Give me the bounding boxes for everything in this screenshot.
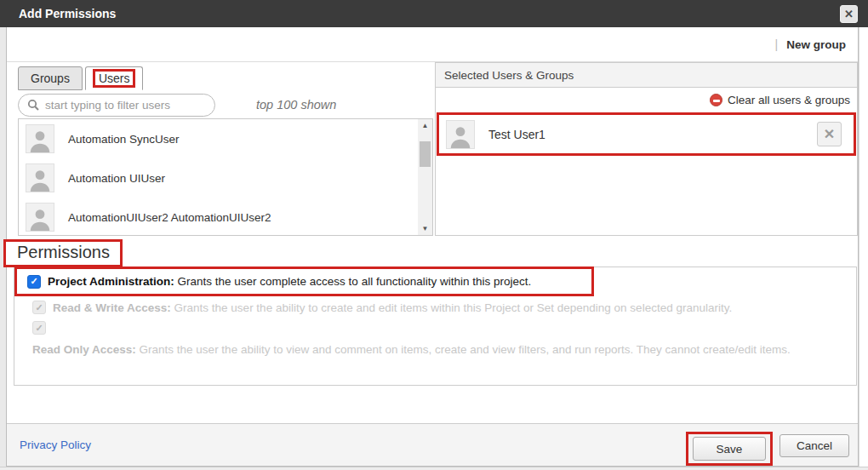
dialog-footer: Privacy Policy Save Cancel	[7, 423, 858, 466]
dialog-body: | New group Groups Users top 100 shown	[6, 27, 859, 467]
checkmark-icon: ✓	[35, 302, 43, 313]
selected-users-title: Selected Users & Groups	[444, 69, 574, 82]
permission-text: Project Administration: Grants the user …	[48, 275, 531, 288]
user-list-scrollbar[interactable]: ▲ ▼	[418, 119, 432, 235]
dialog-title: Add Permissions	[19, 7, 116, 20]
selected-users-header: Selected Users & Groups	[435, 62, 858, 88]
clear-all-icon	[710, 94, 722, 106]
user-name: AutomationUIUser2 AutomationUIUser2	[68, 211, 271, 224]
user-filter-row: top 100 shown	[18, 92, 433, 118]
permissions-heading-highlight: Permissions	[3, 239, 123, 267]
permission-row-read-only-checkbox: ✓	[32, 321, 46, 335]
tab-users-label-highlight: Users	[93, 69, 136, 88]
project-administration-checkbox[interactable]: ✓	[27, 275, 41, 289]
permission-row-read-only-text: Read Only Access: Grants the user the ab…	[32, 341, 848, 359]
read-only-checkbox: ✓	[32, 321, 46, 335]
list-item-user[interactable]: AutomationUIUser2 AutomationUIUser2	[19, 198, 432, 236]
save-button-highlight: Save	[686, 432, 773, 466]
tab-users[interactable]: Users	[85, 66, 144, 90]
scroll-up-icon[interactable]: ▲	[418, 119, 432, 132]
add-permissions-dialog: Add Permissions ✕ | New group Groups Use…	[0, 0, 868, 470]
user-name: Automation SyncUser	[68, 133, 180, 146]
checkmark-icon: ✓	[30, 276, 37, 287]
clear-all-label: Clear all users & groups	[728, 94, 850, 106]
dialog-titlebar: Add Permissions ✕	[0, 0, 868, 27]
tab-groups-label: Groups	[31, 72, 70, 85]
permission-description: Grants the user the ability to create an…	[174, 301, 733, 314]
selected-users-panel: Selected Users & Groups Clear all users …	[435, 62, 858, 236]
results-count-note: top 100 shown	[256, 98, 336, 112]
close-icon: ✕	[844, 8, 854, 20]
list-item-user[interactable]: Automation SyncUser	[19, 119, 432, 158]
remove-user-icon: ✕	[824, 126, 835, 142]
groups-users-tabs: Groups Users	[18, 66, 143, 90]
user-avatar-icon	[26, 203, 54, 232]
save-button[interactable]: Save	[693, 437, 766, 461]
available-users-list: Automation SyncUser Automation UIUser Au…	[18, 118, 433, 236]
selected-user-row-highlight: Test User1 ✕	[437, 112, 856, 156]
scrollbar-thumb[interactable]	[420, 141, 431, 167]
remove-user-button[interactable]: ✕	[817, 122, 842, 146]
background-page-strip-right	[859, 27, 868, 470]
scroll-down-icon[interactable]: ▼	[418, 222, 432, 235]
checkmark-icon: ✓	[35, 323, 43, 334]
cancel-button[interactable]: Cancel	[779, 434, 849, 457]
permission-text: Read & Write Access: Grants the user the…	[53, 301, 732, 314]
dialog-toolbar: | New group	[7, 27, 858, 62]
user-avatar-icon	[26, 163, 54, 192]
new-group-button[interactable]: New group	[786, 38, 846, 51]
permission-description: Grants the user the ability to view and …	[140, 343, 791, 356]
privacy-policy-link[interactable]: Privacy Policy	[20, 438, 91, 451]
close-button[interactable]: ✕	[840, 5, 858, 23]
background-page-strip-bottom	[0, 467, 868, 470]
permission-label: Project Administration:	[48, 275, 174, 288]
tab-groups[interactable]: Groups	[18, 66, 83, 90]
user-avatar-icon	[446, 120, 475, 149]
permission-description: Grants the user complete access to all f…	[178, 275, 532, 288]
permission-label: Read Only Access:	[32, 343, 136, 356]
permission-row-read-write: ✓ Read & Write Access: Grants the user t…	[32, 301, 849, 314]
user-filter-input[interactable]	[45, 99, 198, 112]
permission-label: Read & Write Access:	[53, 301, 171, 314]
toolbar-separator: |	[775, 37, 779, 51]
user-avatar-icon	[26, 124, 54, 153]
permission-row-project-administration: ✓ Project Administration: Grants the use…	[14, 267, 594, 296]
list-item-user[interactable]: Automation UIUser	[19, 158, 432, 198]
clear-all-button[interactable]: Clear all users & groups	[436, 88, 857, 112]
user-name: Automation UIUser	[68, 172, 165, 185]
selected-user-name: Test User1	[488, 128, 545, 141]
read-write-checkbox: ✓	[32, 301, 46, 314]
search-icon	[27, 99, 39, 111]
selected-users-body: Clear all users & groups Test User1 ✕	[435, 88, 858, 236]
user-filter-field[interactable]	[18, 94, 215, 117]
permissions-heading: Permissions	[17, 243, 110, 261]
